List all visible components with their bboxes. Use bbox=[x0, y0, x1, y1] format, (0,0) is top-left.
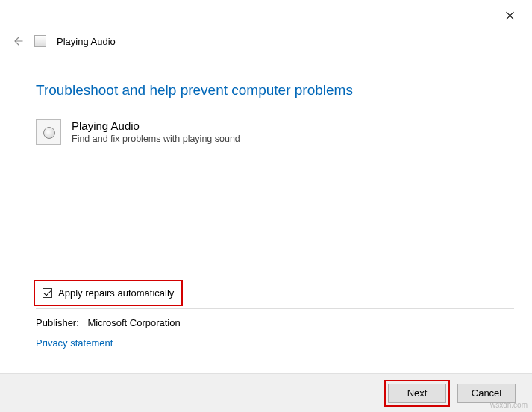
publisher-value: Microsoft Corporation bbox=[87, 317, 180, 328]
apply-repairs-row[interactable]: Apply repairs automatically bbox=[34, 280, 183, 306]
apply-repairs-label: Apply repairs automatically bbox=[58, 287, 174, 299]
item-title: Playing Audio bbox=[72, 119, 240, 132]
watermark: wsxdn.com bbox=[490, 401, 528, 409]
app-icon bbox=[34, 35, 46, 47]
privacy-statement-link[interactable]: Privacy statement bbox=[36, 337, 113, 349]
header-row: Playing Audio bbox=[10, 34, 116, 48]
speaker-icon bbox=[36, 119, 61, 145]
troubleshooter-item: Playing Audio Find and fix problems with… bbox=[36, 119, 514, 145]
page-heading: Troubleshoot and help prevent computer p… bbox=[36, 82, 514, 99]
window-title: Playing Audio bbox=[57, 36, 116, 47]
item-description: Find and fix problems with playing sound bbox=[72, 134, 240, 144]
back-arrow-icon[interactable] bbox=[10, 34, 24, 48]
main-content: Troubleshoot and help prevent computer p… bbox=[36, 82, 514, 145]
apply-repairs-checkbox[interactable] bbox=[43, 288, 52, 298]
divider bbox=[36, 308, 514, 309]
close-icon[interactable] bbox=[505, 10, 516, 21]
publisher-row: Publisher: Microsoft Corporation bbox=[36, 317, 181, 328]
next-button[interactable]: Next bbox=[388, 384, 446, 403]
cancel-button[interactable]: Cancel bbox=[457, 384, 516, 403]
footer-bar: Next Cancel bbox=[0, 373, 532, 412]
publisher-label: Publisher: bbox=[36, 317, 79, 328]
